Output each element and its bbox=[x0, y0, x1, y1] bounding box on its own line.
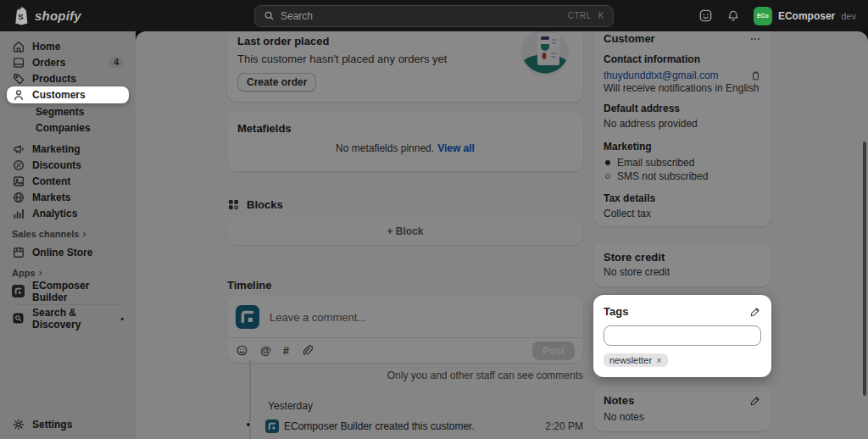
ecomposer-app-icon bbox=[12, 285, 25, 298]
sidebar-item-search-discovery[interactable]: Search & Discovery • bbox=[7, 310, 129, 326]
hashtag-icon[interactable]: # bbox=[283, 344, 289, 357]
sidebar-item-orders[interactable]: Orders 4 bbox=[7, 54, 129, 70]
create-order-button[interactable]: Create order bbox=[237, 73, 316, 92]
add-block-button[interactable]: + Block bbox=[227, 218, 583, 245]
not-subscribed-dot-icon bbox=[605, 174, 610, 179]
shopify-wordmark: shopify bbox=[35, 8, 81, 23]
event-time: 2:20 PM bbox=[545, 420, 583, 432]
tag-chip[interactable]: newsletter × bbox=[604, 353, 668, 367]
search-icon bbox=[264, 10, 275, 21]
scrollbar-thumb[interactable] bbox=[863, 142, 866, 396]
marketing-heading: Marketing bbox=[604, 141, 761, 153]
orders-count-badge: 4 bbox=[108, 57, 124, 68]
notes-card: Notes No notes bbox=[593, 386, 771, 431]
store-avatar: ECo bbox=[754, 7, 772, 25]
copy-icon[interactable] bbox=[750, 70, 761, 81]
address-value: No address provided bbox=[604, 118, 761, 130]
contact-heading: Contact information bbox=[604, 53, 761, 65]
edit-pencil-icon[interactable] bbox=[749, 395, 761, 407]
orders-empty-illustration bbox=[520, 31, 570, 77]
card-title: Store credit bbox=[604, 251, 761, 264]
home-icon bbox=[12, 40, 25, 53]
orders-icon bbox=[12, 56, 25, 69]
customer-email-link[interactable]: thuydunddtxt@gmail.com bbox=[604, 69, 719, 81]
sidekick-assistant-icon[interactable] bbox=[698, 8, 713, 23]
email-subscription-status: Email subscribed bbox=[604, 157, 761, 169]
sidebar-item-ecomposer-builder[interactable]: EComposer Builder bbox=[7, 283, 129, 299]
global-search-input[interactable]: Search CTRL K bbox=[254, 5, 614, 27]
tag-label: newsletter bbox=[609, 355, 652, 365]
store-name: EComposer bbox=[778, 10, 835, 22]
sidebar-item-content[interactable]: Content bbox=[7, 173, 129, 189]
sidebar-item-label: Companies bbox=[36, 122, 91, 134]
section-label: Sales channels bbox=[12, 229, 80, 239]
view-all-link[interactable]: View all bbox=[437, 142, 475, 154]
discount-icon bbox=[12, 158, 25, 172]
comment-input[interactable] bbox=[270, 311, 575, 324]
sidebar-section-sales-channels[interactable]: Sales channels › bbox=[12, 228, 124, 239]
shopify-logo[interactable]: S shopify bbox=[12, 6, 254, 25]
sidebar-item-label: EComposer Builder bbox=[32, 280, 124, 303]
chevron-right-icon: › bbox=[39, 267, 42, 279]
email-note: Will receive notifications in English bbox=[604, 82, 761, 94]
sidebar: Home Orders 4 Products Customers Segment… bbox=[0, 31, 136, 439]
ecomposer-event-icon bbox=[265, 420, 279, 433]
search-placeholder: Search bbox=[281, 10, 561, 22]
new-indicator-dot: • bbox=[120, 314, 124, 324]
main-column: Last order placed This customer hasn't p… bbox=[227, 31, 583, 433]
sidebar-section-apps[interactable]: Apps › bbox=[12, 267, 124, 278]
sidebar-item-segments[interactable]: Segments bbox=[7, 103, 129, 119]
remove-tag-icon[interactable]: × bbox=[656, 355, 661, 365]
sidebar-item-marketing[interactable]: Marketing bbox=[7, 141, 129, 157]
sidebar-item-label: Settings bbox=[32, 419, 72, 431]
customer-card: Customer Contact information thuydunddtx… bbox=[593, 31, 771, 226]
post-button[interactable]: Post bbox=[532, 342, 575, 360]
sidebar-item-markets[interactable]: Markets bbox=[7, 189, 129, 205]
card-title: Customer bbox=[604, 32, 655, 45]
sidebar-item-companies[interactable]: Companies bbox=[7, 119, 129, 136]
sidebar-item-discounts[interactable]: Discounts bbox=[7, 157, 129, 173]
timeline-event: EComposer Builder created this customer.… bbox=[227, 420, 583, 433]
bar-chart-icon bbox=[12, 207, 25, 220]
address-heading: Default address bbox=[604, 103, 761, 114]
page-surface: Last order placed This customer hasn't p… bbox=[136, 31, 868, 439]
tags-input[interactable] bbox=[604, 325, 761, 346]
card-title: Tags bbox=[604, 305, 628, 318]
tax-heading: Tax details bbox=[604, 192, 761, 204]
timeline-dot bbox=[245, 421, 252, 428]
shortcut-k: K bbox=[598, 11, 604, 20]
notifications-bell-icon[interactable] bbox=[726, 9, 740, 23]
blocks-title: Blocks bbox=[247, 198, 283, 211]
more-actions-icon[interactable] bbox=[749, 33, 761, 45]
sidebar-item-label: Products bbox=[32, 73, 76, 85]
chevron-right-icon: › bbox=[83, 228, 86, 240]
tax-value: Collect tax bbox=[604, 208, 761, 220]
last-order-card: Last order placed This customer hasn't p… bbox=[227, 31, 583, 102]
sidebar-item-label: Customers bbox=[32, 89, 86, 101]
sidebar-item-online-store[interactable]: Online Store bbox=[7, 244, 129, 260]
sidebar-item-settings[interactable]: Settings bbox=[7, 416, 129, 432]
store-credit-card: Store credit No store credit bbox=[593, 242, 771, 286]
sidebar-item-products[interactable]: Products bbox=[7, 70, 129, 86]
sidebar-item-label: Home bbox=[32, 41, 60, 53]
mention-icon[interactable]: @ bbox=[260, 344, 271, 357]
comment-visibility-note: Only you and other staff can see comment… bbox=[227, 370, 583, 381]
sidebar-item-home[interactable]: Home bbox=[7, 38, 129, 54]
event-text: EComposer Builder created this customer. bbox=[284, 420, 475, 432]
blocks-section-header: Blocks bbox=[227, 198, 583, 211]
sidebar-item-label: Segments bbox=[36, 106, 84, 118]
emoji-icon[interactable] bbox=[236, 344, 248, 357]
edit-pencil-icon[interactable] bbox=[749, 306, 761, 318]
account-menu[interactable]: ECo EComposer dev bbox=[754, 7, 856, 25]
sidebar-item-customers[interactable]: Customers bbox=[7, 86, 129, 103]
sidebar-item-label: Analytics bbox=[32, 208, 77, 220]
right-panel: Customer Contact information thuydunddtx… bbox=[593, 31, 771, 431]
sidebar-item-analytics[interactable]: Analytics bbox=[7, 205, 129, 221]
sidebar-item-label: Search & Discovery bbox=[32, 307, 114, 331]
store-credit-value: No store credit bbox=[604, 266, 761, 278]
attachment-icon[interactable] bbox=[301, 344, 314, 357]
ecomposer-avatar bbox=[236, 305, 259, 329]
tag-icon bbox=[12, 72, 25, 86]
blocks-icon bbox=[227, 198, 240, 211]
card-title: Notes bbox=[604, 394, 634, 407]
